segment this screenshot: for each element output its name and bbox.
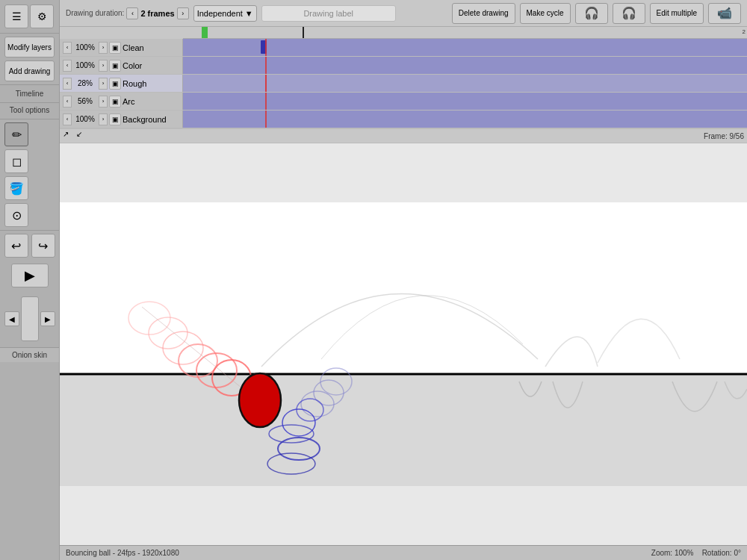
hamburger-button[interactable]: ☰ bbox=[4, 4, 28, 28]
zoom-info: Zoom: 100% bbox=[651, 549, 694, 557]
opacity-slider-section: ◀ ▶ bbox=[0, 290, 59, 348]
arc-layer-frames[interactable] bbox=[183, 93, 747, 110]
modify-layers-button[interactable]: Modify layers bbox=[4, 37, 55, 57]
color-layer-name: Color bbox=[123, 61, 179, 70]
play-button[interactable]: ▶ bbox=[11, 264, 49, 287]
toolbar: Drawing duration: ‹ 2 frames › Independe… bbox=[60, 0, 747, 27]
bg-layer-frames[interactable] bbox=[183, 111, 747, 128]
duration-next-btn[interactable]: › bbox=[177, 7, 189, 19]
color-pct-next[interactable]: › bbox=[99, 60, 108, 72]
arc-pct: 56% bbox=[73, 97, 97, 105]
bg-pct: 100% bbox=[73, 115, 97, 123]
headphones-icon-button[interactable]: 🎧 bbox=[575, 3, 608, 24]
lasso-tool-button[interactable]: ⊙ bbox=[4, 203, 28, 227]
bg-pct-prev[interactable]: ‹ bbox=[63, 113, 72, 125]
dropdown-arrow-icon: ▼ bbox=[245, 9, 253, 18]
clean-layer-frames[interactable] bbox=[183, 39, 747, 56]
camera-icon-button[interactable]: 📹 bbox=[708, 3, 741, 24]
bg-layer-name: Background bbox=[123, 115, 179, 124]
headphones2-icon-button[interactable]: 🎧 bbox=[613, 3, 645, 24]
timeline-label: Timeline bbox=[0, 85, 59, 102]
layer-controls-arc: ‹ 56% › ▣ Arc bbox=[60, 93, 183, 110]
drawing-label-input[interactable]: Drawing label bbox=[261, 5, 396, 22]
ruler-end-label: 2 bbox=[743, 28, 746, 35]
slider-left-btn[interactable]: ◀ bbox=[4, 311, 19, 326]
eraser-tool-button[interactable]: ◻ bbox=[4, 149, 28, 173]
color-layer-icon: ▣ bbox=[109, 60, 121, 72]
tool-options-section: Tool options bbox=[0, 102, 59, 119]
statusbar-right: Zoom: 100% Rotation: 0° bbox=[651, 549, 741, 557]
statusbar-left: Bouncing ball - 24fps - 1920x1080 bbox=[66, 549, 179, 557]
slider-right-btn[interactable]: ▶ bbox=[40, 311, 55, 326]
clean-pct: 100% bbox=[73, 43, 97, 52]
drawing-duration: Drawing duration: ‹ 2 frames › bbox=[66, 7, 189, 19]
clean-layer-icon: ▣ bbox=[109, 42, 121, 54]
edit-multiple-label: Edit multiple bbox=[657, 9, 697, 17]
arc-layer-name: Arc bbox=[123, 97, 179, 106]
rough-pct: 28% bbox=[73, 79, 97, 87]
color-pct: 100% bbox=[73, 61, 97, 69]
layer-row-rough: ‹ 28% › ▣ Rough bbox=[60, 75, 747, 93]
make-cycle-button[interactable]: Make cycle bbox=[520, 3, 571, 24]
gear-button[interactable]: ⚙ bbox=[30, 4, 54, 28]
drawing-tools: ✏ ◻ 🪣 ⊙ bbox=[0, 119, 59, 231]
sidebar: ☰ ⚙ Modify layers Add drawing Timeline T… bbox=[0, 0, 60, 560]
arc-pct-prev[interactable]: ‹ bbox=[63, 96, 72, 108]
layer-row-color: ‹ 100% › ▣ Color bbox=[60, 57, 747, 75]
onion-skin-label: Onion skin bbox=[0, 348, 59, 362]
layer-controls-background: ‹ 100% › ▣ Background bbox=[60, 111, 183, 128]
main-content: Drawing duration: ‹ 2 frames › Independe… bbox=[60, 0, 747, 560]
fill-tool-button[interactable]: 🪣 bbox=[4, 176, 28, 200]
layer-controls-rough: ‹ 28% › ▣ Rough bbox=[60, 75, 183, 92]
layer-row-clean: ‹ 100% › ▣ Clean bbox=[60, 39, 747, 57]
opacity-slider[interactable] bbox=[21, 296, 39, 341]
independent-label: Independent bbox=[197, 9, 243, 18]
playhead-marker bbox=[303, 27, 304, 38]
drawing-duration-label: Drawing duration: bbox=[66, 9, 124, 17]
rough-layer-frames[interactable] bbox=[183, 75, 747, 92]
rough-layer-name: Rough bbox=[123, 79, 179, 88]
color-pct-prev[interactable]: ‹ bbox=[63, 60, 72, 72]
duration-prev-btn[interactable]: ‹ bbox=[126, 7, 138, 19]
delete-drawing-button[interactable]: Delete drawing bbox=[452, 3, 515, 24]
rough-playhead bbox=[265, 75, 267, 92]
drawing-canvas bbox=[60, 143, 747, 545]
rough-pct-prev[interactable]: ‹ bbox=[63, 78, 72, 90]
rough-pct-next[interactable]: › bbox=[99, 78, 108, 90]
add-drawing-button[interactable]: Add drawing bbox=[4, 60, 55, 81]
redo-button[interactable]: ↪ bbox=[31, 234, 55, 258]
pencil-tool-button[interactable]: ✏ bbox=[4, 122, 28, 146]
zoom-expand-icon[interactable]: ↗ bbox=[63, 130, 75, 142]
layer-controls-color: ‹ 100% › ▣ Color bbox=[60, 57, 183, 74]
delete-drawing-label: Delete drawing bbox=[459, 9, 509, 17]
arc-playhead bbox=[265, 93, 267, 110]
tool-options-label: Tool options bbox=[4, 106, 55, 114]
independent-dropdown[interactable]: Independent ▼ bbox=[193, 5, 257, 22]
frames-count: 2 frames bbox=[140, 9, 174, 18]
color-playhead bbox=[265, 57, 267, 74]
bg-pct-next[interactable]: › bbox=[99, 113, 108, 125]
timeline-ruler: 2 bbox=[183, 27, 747, 39]
statusbar: Bouncing ball - 24fps - 1920x1080 Zoom: … bbox=[60, 545, 747, 560]
edit-multiple-button[interactable]: Edit multiple bbox=[650, 3, 704, 24]
zoom-collapse-icon[interactable]: ↙ bbox=[76, 130, 88, 142]
clean-playhead bbox=[265, 39, 267, 56]
bg-layer-icon: ▣ bbox=[109, 113, 121, 125]
layer-controls-clean: ‹ 100% › ▣ Clean bbox=[60, 39, 183, 56]
clean-layer-name: Clean bbox=[123, 43, 179, 52]
clean-pct-prev[interactable]: ‹ bbox=[63, 42, 72, 54]
undo-button[interactable]: ↩ bbox=[4, 234, 28, 258]
timeline-footer: ↗ ↙ Frame: 9/56 bbox=[60, 128, 747, 143]
undo-redo: ↩ ↪ bbox=[0, 234, 59, 258]
arc-layer-icon: ▣ bbox=[109, 96, 121, 108]
canvas-area[interactable] bbox=[60, 143, 747, 545]
ruler-marker bbox=[202, 27, 208, 38]
bg-playhead bbox=[265, 111, 267, 128]
timeline-layers: ‹ 100% › ▣ Clean ‹ 100% › ▣ bbox=[60, 39, 747, 128]
clean-pct-next[interactable]: › bbox=[99, 42, 108, 54]
color-layer-frames[interactable] bbox=[183, 57, 747, 74]
arc-pct-next[interactable]: › bbox=[99, 96, 108, 108]
timeline-area: 2 ‹ 100% › ▣ Clean bbox=[60, 27, 747, 143]
svg-rect-1 bbox=[60, 374, 747, 486]
sidebar-layer-controls: Modify layers Add drawing bbox=[0, 34, 59, 85]
